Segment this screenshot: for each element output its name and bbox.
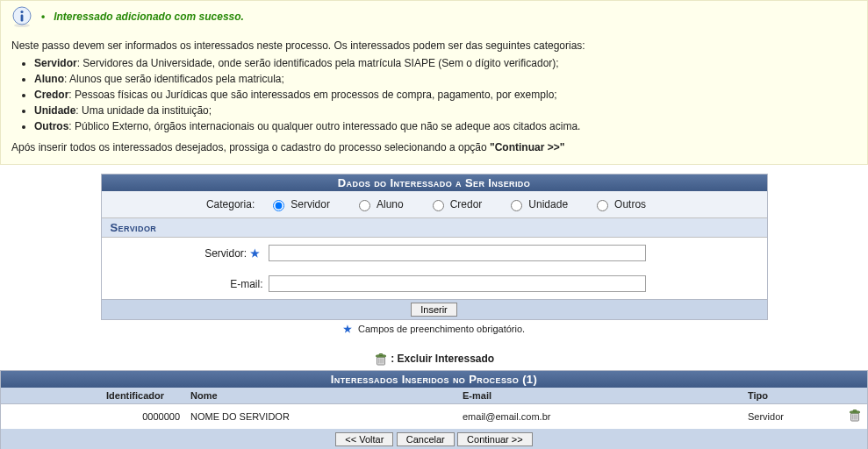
help-item-credor: Credor: Pessoas físicas ou Jurídicas que… [34,89,857,101]
email-input[interactable] [269,275,646,292]
radio-outros-wrap[interactable]: Outros [592,197,646,211]
legend-text: : Excluir Interessado [391,353,494,365]
radio-unidade-label: Unidade [528,198,568,210]
help-item-outros: Outros: Público Externo, órgãos internac… [34,120,857,132]
bullet: • [41,11,45,23]
cancelar-button[interactable]: Cancelar [397,432,455,446]
cell-email: email@email.com.br [457,404,742,430]
voltar-button[interactable]: << Voltar [335,432,393,446]
help-category-list: Servidor: Servidores da Universidade, on… [34,57,857,132]
radio-servidor-wrap[interactable]: Servidor [269,197,330,211]
inserir-button[interactable]: Inserir [411,303,457,317]
required-star-icon: ★ [343,324,352,334]
categoria-row: Categoria: Servidor Aluno Credor Unidade… [102,191,767,217]
help-intro: Neste passo devem ser informados os inte… [11,39,857,52]
radio-unidade-wrap[interactable]: Unidade [506,197,568,211]
radio-servidor-label: Servidor [291,198,330,210]
field-label-servidor: Servidor: ★ [111,247,269,260]
panel-header: Dados do Interessado a Ser Inserido [102,175,767,191]
info-icon [11,6,32,27]
radio-aluno-label: Aluno [377,198,404,210]
radio-aluno[interactable] [359,200,370,211]
success-row: • Interessado adicionado com sucesso. [11,6,857,27]
col-tipo: Tipo [742,388,843,404]
field-row-email: E-mail: [102,268,767,299]
insert-interessado-panel: Dados do Interessado a Ser Inserido Cate… [101,174,768,320]
col-actions [843,388,867,404]
required-note: ★ Campos de preenchimento obrigatório. [0,324,868,335]
help-item-unidade: Unidade: Uma unidade da instituição; [34,104,857,117]
radio-aluno-wrap[interactable]: Aluno [355,197,404,211]
radio-outros-label: Outros [614,198,646,210]
help-after: Após inserir todos os interessados desej… [11,141,857,153]
delete-row-button[interactable] [848,409,862,423]
radio-credor-wrap[interactable]: Credor [428,197,483,211]
cell-action [843,404,867,430]
cell-nome: NOME DO SERVIDOR [185,404,457,430]
svg-point-2 [20,11,23,13]
radio-servidor[interactable] [273,200,284,211]
radio-unidade[interactable] [511,200,522,211]
submit-row: Inserir [102,299,767,319]
success-message: Interessado adicionado com sucesso. [54,11,244,23]
categoria-label: Categoria: [206,198,255,210]
radio-credor[interactable] [433,200,444,211]
table-header-row: Identificador Nome E-mail Tipo [1,388,867,404]
subsection-header: Servidor [102,217,767,238]
cell-tipo: Servidor [742,404,843,430]
continuar-button[interactable]: Continuar >> [457,432,533,446]
svg-rect-6 [379,354,383,356]
svg-rect-3 [21,15,24,22]
table-header: Interessados Inseridos no Processo (1) [1,371,867,388]
radio-outros[interactable] [597,200,608,211]
required-star-icon: ★ [250,247,260,260]
field-label-email: E-mail: [111,278,269,290]
help-item-aluno: Aluno: Alunos que serão identificados pe… [34,73,857,85]
svg-rect-12 [853,410,857,412]
field-row-servidor: Servidor: ★ [102,238,767,268]
table-row: 0000000 NOME DO SERVIDOR email@email.com… [1,404,867,430]
trash-icon [374,353,388,367]
legend-row: : Excluir Interessado [0,353,868,367]
interessados-table: Identificador Nome E-mail Tipo 0000000 N… [1,388,867,429]
col-email: E-mail [457,388,742,404]
col-nome: Nome [185,388,457,404]
col-identificador: Identificador [1,388,185,404]
radio-credor-label: Credor [450,198,483,210]
help-item-servidor: Servidor: Servidores da Universidade, on… [34,57,857,69]
cell-id: 0000000 [1,404,185,430]
nav-actions-row: << Voltar Cancelar Continuar >> [1,429,867,449]
servidor-input[interactable] [269,245,646,261]
info-panel: • Interessado adicionado com sucesso. Ne… [0,0,868,165]
interessados-table-panel: Interessados Inseridos no Processo (1) I… [0,370,868,449]
